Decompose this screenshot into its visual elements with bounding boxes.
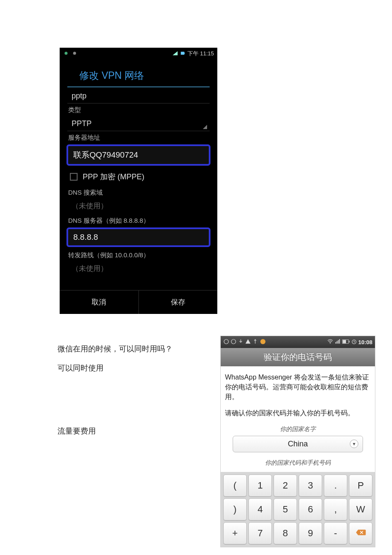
server-address-input[interactable]: 联系QQ79490724 — [66, 144, 210, 166]
doc-question-1: 微信在用的时候，可以同时用吗？ — [58, 343, 173, 355]
backspace-icon — [355, 528, 366, 539]
type-label: 类型 — [67, 104, 210, 115]
key-6[interactable]: 6 — [299, 498, 322, 520]
download-icon — [238, 339, 244, 346]
key-backspace[interactable] — [349, 522, 372, 544]
svg-rect-14 — [349, 340, 350, 342]
chevron-down-icon: ▾ — [350, 440, 358, 448]
ppp-encryption-checkbox[interactable]: PPP 加密 (MPPE) — [67, 167, 210, 186]
numeric-keypad: ( 1 2 3 . P ) 4 5 6 , W + 7 8 9 - — [221, 472, 375, 547]
battery-icon — [180, 50, 186, 58]
svg-rect-3 — [184, 52, 184, 54]
type-dropdown[interactable]: PPTP — [67, 115, 210, 131]
status-icon — [231, 339, 236, 346]
svg-point-6 — [260, 339, 265, 344]
vpn-settings-screenshot: 下午 11:15 修改 VPN 网络 pptp 类型 PPTP 服务器地址 联系… — [60, 48, 217, 314]
info-paragraph-1: WhatsApp Messenger 将会发送一条短信来验证你的电话号码。运营商… — [225, 372, 371, 402]
vpn-status-icon — [63, 50, 69, 58]
vpn-name-input[interactable]: pptp — [67, 87, 210, 104]
signal-icon — [172, 50, 178, 58]
key-w[interactable]: W — [349, 498, 372, 520]
key-dot[interactable]: . — [324, 474, 347, 497]
key-8[interactable]: 8 — [274, 522, 297, 544]
svg-rect-13 — [343, 340, 346, 343]
svg-rect-9 — [337, 341, 337, 343]
ppp-encryption-label: PPP 加密 (MPPE) — [83, 172, 144, 182]
status-bar: 下午 11:15 — [60, 48, 217, 60]
svg-point-7 — [330, 343, 331, 344]
info-paragraph-2: 请确认你的国家代码并输入你的手机号码。 — [225, 408, 371, 418]
key-comma[interactable]: , — [324, 498, 347, 520]
dns-search-label: DNS 搜索域 — [67, 186, 210, 198]
status-icon — [223, 339, 229, 346]
country-value: China — [288, 440, 308, 449]
forward-route-input[interactable]: （未使用） — [67, 260, 210, 277]
dns-server-label: DNS 服务器（例如 8.8.8.8） — [67, 214, 210, 226]
sync-status-icon — [72, 50, 78, 58]
svg-point-4 — [224, 339, 229, 344]
svg-rect-8 — [335, 342, 336, 344]
key-plus[interactable]: + — [223, 522, 247, 544]
key-5[interactable]: 5 — [274, 498, 297, 520]
dns-server-input[interactable]: 8.8.8.8 — [66, 227, 210, 247]
doc-note: 流量要费用 — [58, 425, 96, 437]
key-9[interactable]: 9 — [299, 522, 322, 544]
status-time: 10:08 — [358, 339, 372, 345]
signal-icon — [335, 339, 341, 346]
key-paren-close[interactable]: ) — [223, 498, 247, 520]
status-time: 下午 11:15 — [187, 50, 214, 58]
key-p[interactable]: P — [349, 474, 372, 497]
save-button[interactable]: 保存 — [139, 290, 218, 314]
svg-rect-10 — [338, 340, 339, 343]
alarm-icon — [351, 339, 357, 346]
country-name-hint: 你的国家名字 — [225, 424, 371, 436]
warning-icon — [245, 339, 251, 346]
status-bar: 10:08 — [221, 336, 375, 348]
chat-icon — [259, 338, 266, 346]
battery-icon — [342, 339, 350, 345]
dns-search-input[interactable]: （未使用） — [67, 198, 210, 214]
key-7[interactable]: 7 — [248, 522, 272, 544]
svg-point-1 — [73, 52, 76, 55]
svg-rect-2 — [181, 52, 184, 55]
key-1[interactable]: 1 — [248, 474, 272, 497]
key-3[interactable]: 3 — [299, 474, 322, 497]
forward-route-label: 转发路线（例如 10.0.0.0/8） — [67, 249, 210, 260]
usb-icon — [252, 339, 258, 346]
key-2[interactable]: 2 — [274, 474, 297, 497]
key-paren-open[interactable]: ( — [223, 474, 247, 497]
key-minus[interactable]: - — [324, 522, 347, 544]
svg-point-5 — [231, 339, 236, 344]
server-address-label: 服务器地址 — [67, 131, 210, 143]
whatsapp-verify-screenshot: 10:08 验证你的电话号码 WhatsApp Messenger 将会发送一条… — [220, 336, 375, 547]
doc-answer-1: 可以同时使用 — [58, 362, 104, 374]
checkbox-icon — [70, 173, 78, 181]
wifi-icon — [327, 339, 334, 346]
verify-body: WhatsApp Messenger 将会发送一条短信来验证你的电话号码。运营商… — [221, 366, 375, 472]
country-select[interactable]: China ▾ — [233, 436, 363, 452]
key-4[interactable]: 4 — [248, 498, 272, 520]
cancel-button[interactable]: 取消 — [60, 290, 139, 314]
phone-number-hint: 你的国家代码和手机号码 — [225, 457, 371, 469]
svg-point-0 — [65, 52, 68, 55]
screen-title: 修改 VPN 网络 — [67, 60, 210, 87]
screen-title: 验证你的电话号码 — [221, 348, 375, 366]
svg-rect-11 — [339, 339, 340, 344]
